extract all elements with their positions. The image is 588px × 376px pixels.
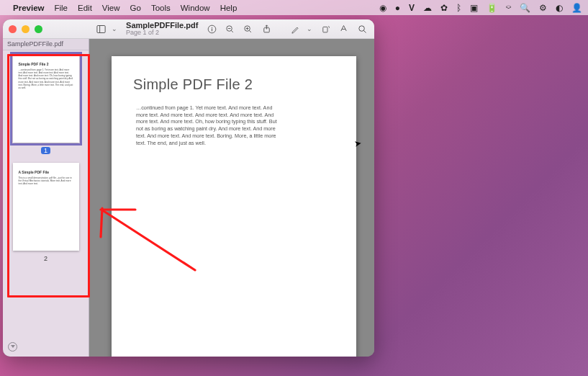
thumbnail-sidebar: SamplePDFFile.pdf Simple PDF File 2 …con… <box>3 39 89 357</box>
info-button[interactable] <box>204 22 219 36</box>
menu-file[interactable]: File <box>54 4 68 12</box>
page-heading: Simple PDF File 2 <box>133 76 335 93</box>
thumbnail-body: This is a small demonstration .pdf file … <box>19 176 73 185</box>
tray-spotlight-icon[interactable]: 🔍 <box>520 3 530 13</box>
thumbnail-title: Simple PDF File 2 <box>19 62 73 66</box>
svg-rect-0 <box>97 25 105 32</box>
svg-line-9 <box>250 30 252 32</box>
preview-window: ⌄ SamplePDFFile.pdf Page 1 of 2 ⌄ <box>3 19 374 357</box>
share-button[interactable] <box>259 22 274 36</box>
window-subtitle: Page 1 of 2 <box>126 30 198 36</box>
thumbnail-page-number: 1 <box>41 147 50 154</box>
highlight-button[interactable] <box>336 22 351 36</box>
search-icon <box>357 24 368 35</box>
thumbnail-page-1[interactable]: Simple PDF File 2 …continued from page 1… <box>13 55 79 143</box>
menu-view[interactable]: View <box>102 4 120 12</box>
svg-rect-4 <box>212 28 212 31</box>
zoom-in-icon <box>243 24 253 35</box>
tray-control-center-icon[interactable]: ⚙ <box>539 3 547 13</box>
minimize-button[interactable] <box>22 25 30 33</box>
tray-app-misc-icon[interactable]: ✿ <box>440 3 448 13</box>
markup-menu-chevron-icon[interactable]: ⌄ <box>307 25 315 32</box>
toolbar: ⌄ SamplePDFFile.pdf Page 1 of 2 ⌄ <box>89 19 374 39</box>
svg-point-16 <box>359 25 365 31</box>
markup-icon <box>291 24 302 35</box>
zoom-out-icon <box>225 24 235 35</box>
tray-cloud-icon[interactable]: ☁ <box>423 3 432 13</box>
view-menu-chevron-icon[interactable]: ⌄ <box>112 25 120 32</box>
pdf-page: Simple PDF File 2 …continued from page 1… <box>112 56 356 357</box>
thumbnail-body: …continued from page 1. Yet more text. A… <box>19 68 73 89</box>
traffic-lights <box>9 25 42 33</box>
tray-app-v-icon[interactable]: V <box>409 3 415 13</box>
thumbnail-item[interactable]: A Simple PDF File This is a small demons… <box>7 163 84 264</box>
rotate-button[interactable] <box>318 22 333 36</box>
menu-help[interactable]: Help <box>220 4 238 12</box>
thumbnail-list: Simple PDF File 2 …continued from page 1… <box>3 50 89 357</box>
sidebar-icon <box>96 24 107 35</box>
highlight-icon <box>338 24 349 35</box>
tray-record-icon[interactable]: ◉ <box>379 3 386 13</box>
thumbnail-page-2[interactable]: A Simple PDF File This is a small demons… <box>13 163 79 251</box>
tray-bluetooth-icon[interactable]: ᛒ <box>456 3 461 13</box>
sidebar-title: SamplePDFFile.pdf <box>3 39 89 50</box>
menu-app-name[interactable]: Preview <box>13 4 44 12</box>
page-body: …continued from page 1. Yet more text. A… <box>136 104 280 146</box>
thumbnail-title: A Simple PDF File <box>19 170 73 174</box>
window-title-block: SamplePDFFile.pdf Page 1 of 2 <box>126 22 198 37</box>
document-viewer-pane: Simple PDF File 2 …continued from page 1… <box>89 39 374 357</box>
zoom-button[interactable] <box>35 25 42 33</box>
thumbnail-page-number: 2 <box>44 255 48 262</box>
document-viewer[interactable]: Simple PDF File 2 …continued from page 1… <box>89 39 374 357</box>
svg-line-17 <box>363 30 366 32</box>
tray-display-icon[interactable]: ▣ <box>470 3 478 13</box>
sidebar-toggle-button[interactable] <box>94 22 109 36</box>
menu-window[interactable]: Window <box>181 4 210 12</box>
sidebar-status-icon[interactable] <box>8 342 17 352</box>
zoom-out-button[interactable] <box>222 22 238 36</box>
menu-edit[interactable]: Edit <box>78 4 92 12</box>
info-icon <box>207 24 217 35</box>
search-button[interactable] <box>355 22 370 36</box>
share-icon <box>261 24 272 35</box>
tray-battery-icon[interactable]: 🔋 <box>487 3 497 13</box>
zoom-in-button[interactable] <box>240 22 255 36</box>
menu-tray: ◉ ● V ☁ ✿ ᛒ ▣ 🔋 ⌔ 🔍 ⚙ ◐ 👤 <box>379 3 582 13</box>
menu-go[interactable]: Go <box>130 4 141 12</box>
svg-point-3 <box>211 27 212 27</box>
tray-wifi-icon[interactable]: ⌔ <box>506 3 511 13</box>
markup-button[interactable] <box>289 22 304 36</box>
menu-tools[interactable]: Tools <box>151 4 171 12</box>
tray-siri-icon[interactable]: ◐ <box>556 3 563 13</box>
thumbnail-item[interactable]: Simple PDF File 2 …continued from page 1… <box>7 55 84 156</box>
close-button[interactable] <box>9 25 17 33</box>
tray-user-icon[interactable]: 👤 <box>571 3 582 13</box>
svg-rect-14 <box>323 27 327 32</box>
svg-line-6 <box>231 30 233 32</box>
menubar: Preview File Edit View Go Tools Window H… <box>0 0 588 15</box>
tray-dnd-icon[interactable]: ● <box>395 3 400 13</box>
rotate-icon <box>320 24 331 35</box>
